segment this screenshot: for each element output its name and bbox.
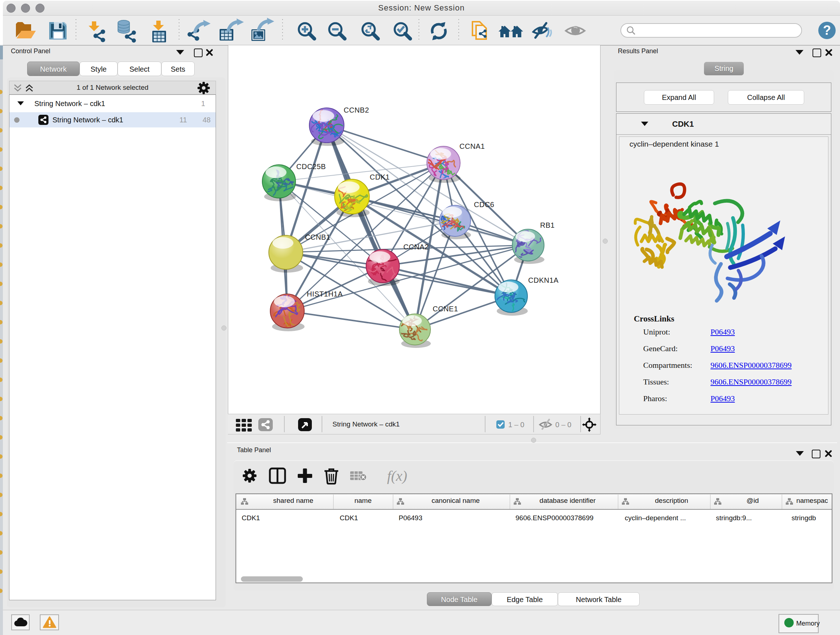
svg-text:RB1: RB1 (540, 221, 554, 229)
svg-text:CDKN1A: CDKN1A (528, 276, 559, 284)
svg-text:?: ? (823, 23, 831, 38)
svg-text:CCNE1: CCNE1 (433, 305, 458, 313)
svg-text:CDK1: CDK1 (370, 173, 390, 181)
svg-text:CCNB2: CCNB2 (344, 106, 369, 114)
svg-text:CCNA2: CCNA2 (403, 243, 429, 251)
svg-text:CCNA1: CCNA1 (459, 142, 485, 150)
svg-text:CDC25B: CDC25B (296, 163, 326, 171)
svg-text:f(x): f(x) (387, 468, 407, 484)
svg-text:CDC6: CDC6 (474, 201, 494, 209)
svg-text:CCNB1: CCNB1 (305, 233, 330, 241)
svg-text:HIST1H1A: HIST1H1A (307, 290, 343, 298)
svg-text:0 – 0: 0 – 0 (555, 421, 571, 429)
svg-text:1 – 0: 1 – 0 (508, 421, 524, 429)
